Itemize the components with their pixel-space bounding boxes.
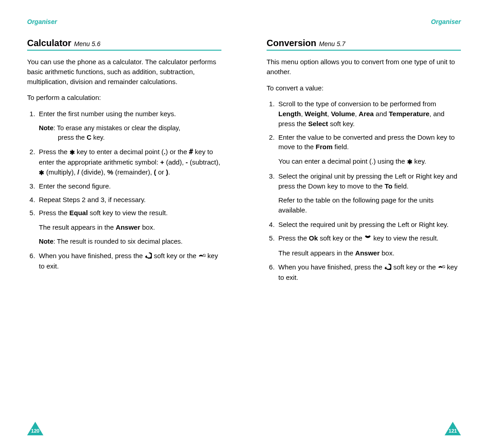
- step-4: Repeat Steps 2 and 3, if necessary.: [37, 195, 221, 205]
- star-key-icon: [407, 157, 413, 167]
- page-number-right: 121: [445, 428, 461, 434]
- step-2-note: You can enter a decimal point (.) using …: [278, 156, 461, 167]
- steps-list-right: Scroll to the type of conversion to be p…: [267, 99, 461, 283]
- heading-menu-ref: Menu 5.6: [74, 40, 100, 47]
- step-5: Press the Ok soft key or the key to view…: [277, 233, 461, 258]
- return-key-icon: [145, 251, 152, 261]
- section-header-left: Organiser: [27, 18, 221, 25]
- steps-list-left: Enter the first number using the number …: [27, 109, 221, 271]
- lead-paragraph: To convert a value:: [267, 83, 461, 93]
- end-call-key-icon: [438, 263, 445, 273]
- page-121: Organiser Conversion Menu 5.7 This menu …: [244, 0, 488, 448]
- send-key-icon: [364, 234, 371, 244]
- star-key-icon: [70, 147, 75, 157]
- step-5-result: The result appears in the Answer box.: [39, 222, 221, 232]
- manual-spread: Organiser Calculator Menu 5.6 You can us…: [0, 0, 488, 448]
- step-6: When you have finished, press the soft k…: [37, 251, 221, 271]
- body-left: You can use the phone as a calculator. T…: [27, 57, 221, 271]
- step-2: Press the key to enter a decimal point (…: [37, 147, 221, 178]
- star-multiply-icon: [39, 168, 44, 178]
- svg-line-1: [203, 255, 206, 257]
- step-2: Enter the value to be converted and pres…: [277, 132, 461, 167]
- page-number-left: 120: [27, 428, 43, 434]
- body-right: This menu option allows you to convert f…: [267, 57, 461, 283]
- heading-title: Conversion: [267, 38, 316, 48]
- lead-paragraph: To perform a calculation:: [27, 93, 221, 103]
- intro-paragraph: You can use the phone as a calculator. T…: [27, 57, 221, 86]
- step-5-result: The result appears in the Answer box.: [278, 248, 461, 258]
- page-120: Organiser Calculator Menu 5.6 You can us…: [0, 0, 244, 448]
- step-5-note: Note: The result is rounded to six decim…: [39, 237, 221, 246]
- heading-conversion: Conversion Menu 5.7: [267, 38, 461, 51]
- heading-calculator: Calculator Menu 5.6: [27, 38, 221, 51]
- step-3: Select the original unit by pressing the…: [277, 171, 461, 215]
- step-6: When you have finished, press the soft k…: [277, 262, 461, 283]
- heading-title: Calculator: [27, 38, 71, 48]
- end-call-key-icon: [198, 251, 206, 261]
- step-1: Enter the first number using the number …: [37, 109, 221, 142]
- intro-paragraph: This menu option allows you to convert f…: [267, 57, 461, 77]
- step-3: Enter the second figure.: [37, 181, 221, 191]
- heading-menu-ref: Menu 5.7: [319, 40, 345, 47]
- step-1-note: Note: To erase any mistakes or clear the…: [39, 123, 221, 142]
- step-4: Select the required unit by pressing the…: [277, 220, 461, 230]
- svg-line-4: [443, 266, 445, 268]
- hash-key-icon: [189, 147, 193, 157]
- return-key-icon: [384, 263, 391, 273]
- step-3-note: Refer to the table on the following page…: [278, 195, 461, 215]
- step-1: Scroll to the type of conversion to be p…: [277, 99, 461, 128]
- section-header-right: Organiser: [267, 18, 461, 25]
- step-5: Press the Equal soft key to view the res…: [37, 208, 221, 246]
